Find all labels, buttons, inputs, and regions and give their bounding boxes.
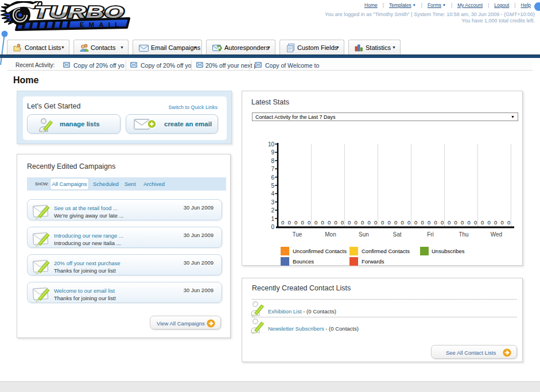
svg-text:Thu: Thu — [459, 231, 468, 238]
svg-text:0: 0 — [348, 219, 351, 226]
svg-text:0: 0 — [454, 219, 457, 226]
svg-text:0: 0 — [481, 219, 484, 226]
svg-text:1: 1 — [271, 216, 274, 222]
svg-text:Tue: Tue — [293, 231, 302, 238]
svg-text:0: 0 — [467, 219, 470, 226]
svg-text:0: 0 — [461, 219, 464, 226]
svg-text:0: 0 — [474, 219, 477, 226]
svg-text:0: 0 — [334, 219, 337, 226]
svg-text:0: 0 — [401, 219, 403, 226]
svg-text:0: 0 — [314, 219, 317, 226]
svg-text:0: 0 — [308, 219, 310, 226]
svg-text:0: 0 — [387, 219, 390, 226]
svg-text:0: 0 — [281, 219, 284, 226]
svg-text:Wed: Wed — [491, 231, 502, 238]
svg-text:0: 0 — [328, 219, 331, 226]
svg-text:0: 0 — [394, 219, 397, 226]
svg-text:0: 0 — [414, 219, 417, 226]
svg-text:0: 0 — [271, 224, 274, 230]
svg-text:0: 0 — [294, 219, 297, 226]
svg-text:Unconfirmed Contacts: Unconfirmed Contacts — [293, 248, 347, 254]
svg-text:0: 0 — [487, 219, 490, 226]
svg-text:4: 4 — [271, 191, 274, 197]
svg-text:0: 0 — [361, 219, 364, 226]
svg-text:10: 10 — [268, 141, 275, 148]
svg-text:0: 0 — [301, 219, 304, 226]
svg-text:0: 0 — [441, 219, 444, 226]
svg-text:0: 0 — [367, 219, 370, 226]
svg-text:0: 0 — [448, 219, 450, 226]
svg-text:6: 6 — [271, 174, 274, 181]
svg-text:TURBO: TURBO — [34, 3, 124, 22]
svg-text:Mon: Mon — [325, 231, 336, 238]
svg-text:0: 0 — [288, 219, 290, 226]
svg-text:0: 0 — [434, 219, 437, 226]
svg-text:Bounces: Bounces — [293, 258, 314, 265]
svg-text:0: 0 — [428, 219, 430, 226]
svg-text:0: 0 — [341, 219, 344, 226]
svg-text:0: 0 — [354, 219, 357, 226]
svg-text:2: 2 — [271, 207, 274, 214]
svg-text:5: 5 — [271, 183, 274, 189]
svg-text:0: 0 — [500, 219, 503, 226]
svg-text:0: 0 — [374, 219, 377, 226]
svg-text:0: 0 — [494, 219, 497, 226]
svg-text:EMAIL: EMAIL — [80, 21, 123, 28]
svg-text:3: 3 — [271, 199, 274, 205]
svg-text:Unsubscribes: Unsubscribes — [432, 248, 465, 254]
svg-text:0: 0 — [381, 219, 384, 226]
svg-text:0: 0 — [407, 219, 410, 226]
svg-text:0: 0 — [507, 219, 510, 226]
svg-text:Fri: Fri — [427, 231, 434, 238]
svg-text:9: 9 — [271, 149, 274, 156]
svg-text:0: 0 — [421, 219, 424, 226]
svg-text:Sun: Sun — [359, 231, 369, 238]
svg-text:Confirmed Contacts: Confirmed Contacts — [362, 248, 410, 254]
svg-text:Sat: Sat — [393, 231, 401, 238]
svg-text:Forwards: Forwards — [362, 258, 384, 265]
svg-text:7: 7 — [271, 166, 274, 172]
svg-text:0: 0 — [321, 219, 324, 226]
svg-text:8: 8 — [271, 158, 274, 164]
